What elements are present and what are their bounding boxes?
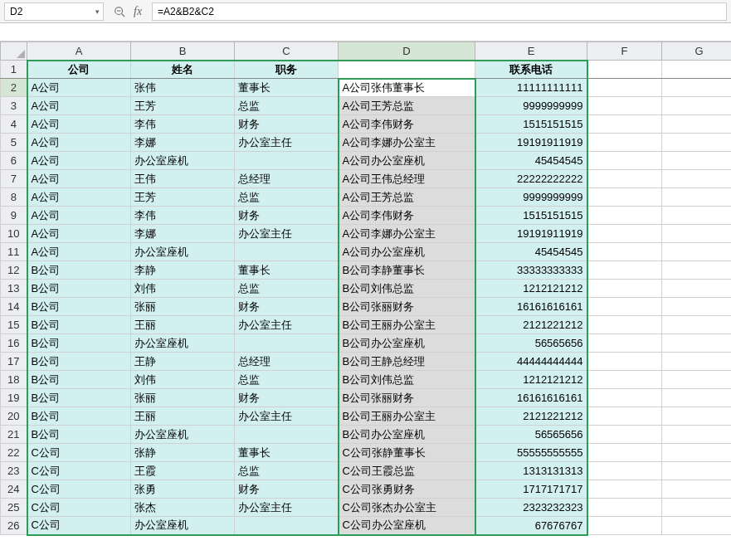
row-header[interactable]: 12 <box>1 261 27 280</box>
cell[interactable] <box>662 499 732 517</box>
cell[interactable]: 16161616161 <box>475 298 587 316</box>
select-all-corner[interactable] <box>1 42 27 61</box>
cell[interactable]: 张杰 <box>131 499 235 517</box>
row-header[interactable]: 6 <box>1 152 27 170</box>
cell[interactable]: 张勇 <box>131 480 235 499</box>
cell[interactable] <box>587 298 662 316</box>
cell[interactable] <box>587 444 662 462</box>
cell[interactable]: 总经理 <box>235 353 339 371</box>
cell[interactable] <box>662 444 732 462</box>
row-header[interactable]: 13 <box>1 280 27 298</box>
cell[interactable]: B公司 <box>27 353 131 371</box>
cell[interactable]: B公司张丽财务 <box>339 389 475 407</box>
cell[interactable]: B公司李静董事长 <box>339 261 475 280</box>
cell[interactable]: 李娜 <box>131 134 235 152</box>
cell[interactable]: 1212121212 <box>475 280 587 298</box>
cell[interactable] <box>662 243 732 261</box>
cell[interactable]: B公司刘伟总监 <box>339 280 475 298</box>
header-cell[interactable]: 联系电话 <box>475 61 587 79</box>
cell[interactable]: B公司办公室座机 <box>339 426 475 444</box>
cell[interactable]: 王静 <box>131 353 235 371</box>
cell[interactable]: A公司李娜办公室主 <box>339 134 475 152</box>
cell[interactable]: A公司李伟财务 <box>339 207 475 225</box>
cell[interactable]: 33333333333 <box>475 261 587 280</box>
formula-input[interactable]: =A2&B2&C2 <box>152 2 727 21</box>
cell[interactable]: 1717171717 <box>475 480 587 499</box>
cell[interactable] <box>235 426 339 444</box>
cell[interactable] <box>587 134 662 152</box>
cell[interactable]: 办公室主任 <box>235 134 339 152</box>
cell[interactable]: A公司王伟总经理 <box>339 170 475 188</box>
cell[interactable]: 总监 <box>235 280 339 298</box>
cell[interactable] <box>662 280 732 298</box>
cell[interactable]: B公司刘伟总监 <box>339 371 475 389</box>
row-header[interactable]: 14 <box>1 298 27 316</box>
cell[interactable]: 李静 <box>131 261 235 280</box>
cell[interactable]: B公司 <box>27 334 131 353</box>
cell[interactable]: 总监 <box>235 371 339 389</box>
cell[interactable] <box>662 407 732 426</box>
cell[interactable] <box>662 298 732 316</box>
cell[interactable]: A公司 <box>27 97 131 115</box>
cell[interactable]: 财务 <box>235 207 339 225</box>
cell[interactable]: A公司李伟财务 <box>339 115 475 134</box>
cell[interactable]: A公司张伟董事长 <box>339 79 475 97</box>
row-header[interactable]: 1 <box>1 61 27 79</box>
cell[interactable]: 19191911919 <box>475 134 587 152</box>
cell[interactable]: 办公室主任 <box>235 499 339 517</box>
cell[interactable] <box>587 371 662 389</box>
row-header[interactable]: 11 <box>1 243 27 261</box>
cell[interactable]: B公司 <box>27 371 131 389</box>
row-header[interactable]: 17 <box>1 353 27 371</box>
cell[interactable]: 王芳 <box>131 97 235 115</box>
col-header-B[interactable]: B <box>131 42 235 61</box>
cell[interactable]: 办公室座机 <box>131 243 235 261</box>
cell[interactable]: 张丽 <box>131 298 235 316</box>
cell[interactable]: 办公室主任 <box>235 407 339 426</box>
header-cell[interactable]: 职务 <box>235 61 339 79</box>
cell[interactable]: A公司李娜办公室主 <box>339 225 475 243</box>
cell[interactable]: 总监 <box>235 97 339 115</box>
cell[interactable]: 2121221212 <box>475 407 587 426</box>
cell[interactable]: 1515151515 <box>475 115 587 134</box>
cell[interactable] <box>662 371 732 389</box>
cell[interactable]: 办公室座机 <box>131 334 235 353</box>
cell[interactable]: C公司张静董事长 <box>339 444 475 462</box>
cell[interactable]: B公司 <box>27 316 131 334</box>
cell[interactable]: 总监 <box>235 188 339 207</box>
cell[interactable]: 办公室座机 <box>131 517 235 535</box>
cell[interactable] <box>587 353 662 371</box>
col-header-D[interactable]: D <box>339 42 475 61</box>
cell[interactable]: 9999999999 <box>475 97 587 115</box>
cell[interactable]: A公司 <box>27 115 131 134</box>
row-header[interactable]: 16 <box>1 334 27 353</box>
cell[interactable]: B公司 <box>27 407 131 426</box>
cell[interactable] <box>587 115 662 134</box>
cell[interactable]: A公司 <box>27 79 131 97</box>
cell[interactable]: 2121221212 <box>475 316 587 334</box>
cell[interactable] <box>587 499 662 517</box>
cell[interactable] <box>662 389 732 407</box>
cell[interactable]: 19191911919 <box>475 225 587 243</box>
cell[interactable]: B公司王静总经理 <box>339 353 475 371</box>
cell[interactable]: 张伟 <box>131 79 235 97</box>
cell[interactable]: A公司办公室座机 <box>339 152 475 170</box>
row-header[interactable]: 15 <box>1 316 27 334</box>
row-header[interactable]: 19 <box>1 389 27 407</box>
cell[interactable]: C公司 <box>27 444 131 462</box>
cell[interactable]: 11111111111 <box>475 79 587 97</box>
cell[interactable]: A公司 <box>27 152 131 170</box>
cell[interactable]: C公司办公室座机 <box>339 517 475 535</box>
row-header[interactable]: 20 <box>1 407 27 426</box>
cell[interactable] <box>587 152 662 170</box>
cell[interactable]: A公司王芳总监 <box>339 97 475 115</box>
cell[interactable] <box>662 334 732 353</box>
row-header[interactable]: 25 <box>1 499 27 517</box>
cell[interactable]: B公司 <box>27 261 131 280</box>
cell[interactable] <box>235 517 339 535</box>
cell[interactable]: C公司 <box>27 499 131 517</box>
cell[interactable]: A公司 <box>27 170 131 188</box>
cell[interactable] <box>662 152 732 170</box>
cell[interactable]: C公司张杰办公室主 <box>339 499 475 517</box>
cell[interactable]: 董事长 <box>235 79 339 97</box>
